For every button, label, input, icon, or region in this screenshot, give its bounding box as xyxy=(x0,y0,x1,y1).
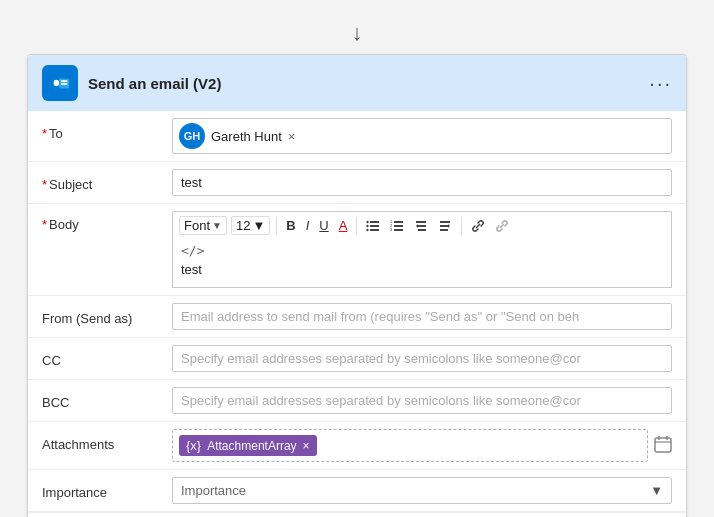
link-button[interactable] xyxy=(468,218,488,234)
to-name: Gareth Hunt xyxy=(211,129,282,144)
cc-row: CC xyxy=(28,338,686,380)
to-required: * xyxy=(42,126,47,141)
attachments-input-area[interactable]: {x} AttachmentArray × xyxy=(172,429,648,462)
toolbar-sep-1 xyxy=(276,217,277,235)
toolbar-sep-3 xyxy=(461,217,462,235)
from-field[interactable] xyxy=(172,303,672,330)
code-tag: </> xyxy=(181,243,663,258)
italic-button[interactable]: I xyxy=(303,217,313,234)
outlook-icon xyxy=(42,65,78,101)
font-select[interactable]: Font ▼ xyxy=(179,216,227,235)
font-dropdown-arrow: ▼ xyxy=(212,220,222,231)
svg-rect-2 xyxy=(61,80,67,82)
svg-rect-18 xyxy=(418,225,426,227)
ol-button[interactable]: 123 xyxy=(387,218,407,234)
font-size-select[interactable]: 12 ▼ xyxy=(231,216,270,235)
subject-row: *Subject xyxy=(28,162,686,204)
svg-rect-22 xyxy=(440,225,448,227)
toolbar-sep-2 xyxy=(356,217,357,235)
remove-attachment-button[interactable]: × xyxy=(303,439,310,453)
bcc-field[interactable] xyxy=(172,387,672,414)
svg-point-9 xyxy=(367,224,369,226)
body-field: Font ▼ 12 ▼ B I U A xyxy=(172,211,672,288)
avatar: GH xyxy=(179,123,205,149)
attachments-field-wrap: {x} AttachmentArray × xyxy=(172,429,672,462)
card-body: *To GH Gareth Hunt × *Subject xyxy=(28,111,686,517)
subject-label: *Subject xyxy=(42,169,172,192)
from-label: From (Send as) xyxy=(42,303,172,326)
size-dropdown-arrow: ▼ xyxy=(252,218,265,233)
svg-marker-24 xyxy=(448,224,450,228)
calendar-icon[interactable] xyxy=(654,435,672,457)
to-label: *To xyxy=(42,118,172,141)
body-row: *Body Font ▼ 12 ▼ B I xyxy=(28,204,686,296)
header-left: Send an email (V2) xyxy=(42,65,221,101)
svg-rect-6 xyxy=(370,225,379,227)
cc-input[interactable] xyxy=(172,345,672,372)
email-card: Send an email (V2) ··· *To GH Gareth Hun… xyxy=(27,54,687,517)
header-more-button[interactable]: ··· xyxy=(649,72,672,95)
attachment-name: AttachmentArray xyxy=(207,439,296,453)
unlink-button[interactable] xyxy=(492,218,512,234)
svg-point-10 xyxy=(367,228,369,230)
attachments-label: Attachments xyxy=(42,429,172,452)
highlight-button[interactable]: A xyxy=(336,217,351,234)
bcc-row: BCC xyxy=(28,380,686,422)
cc-label: CC xyxy=(42,345,172,368)
subject-input[interactable] xyxy=(172,169,672,196)
card-header: Send an email (V2) ··· xyxy=(28,55,686,111)
svg-rect-17 xyxy=(416,221,426,223)
svg-point-4 xyxy=(54,80,60,86)
remove-to-button[interactable]: × xyxy=(288,129,296,144)
svg-rect-7 xyxy=(370,229,379,231)
svg-rect-13 xyxy=(394,229,403,231)
body-toolbar: Font ▼ 12 ▼ B I U A xyxy=(172,211,672,239)
svg-marker-20 xyxy=(416,224,418,228)
from-input[interactable] xyxy=(172,303,672,330)
to-row: *To GH Gareth Hunt × xyxy=(28,111,686,162)
body-label: *Body xyxy=(42,211,172,232)
importance-field[interactable]: Importance ▼ xyxy=(172,477,672,504)
attachments-row: Attachments {x} AttachmentArray × xyxy=(28,422,686,470)
attachment-icon: {x} xyxy=(186,438,201,453)
importance-row: Importance Importance ▼ xyxy=(28,470,686,512)
underline-button[interactable]: U xyxy=(316,217,331,234)
subject-field[interactable] xyxy=(172,169,672,196)
importance-text: Importance xyxy=(181,483,650,498)
font-size-label: 12 xyxy=(236,218,250,233)
bcc-input[interactable] xyxy=(172,387,672,414)
indent-right-button[interactable] xyxy=(435,218,455,234)
svg-rect-19 xyxy=(418,229,426,231)
body-area[interactable]: </> test xyxy=(172,239,672,288)
cc-field[interactable] xyxy=(172,345,672,372)
svg-rect-23 xyxy=(440,229,448,231)
bcc-label: BCC xyxy=(42,387,172,410)
body-text[interactable]: test xyxy=(181,258,663,283)
svg-text:3: 3 xyxy=(390,227,393,232)
indent-left-button[interactable] xyxy=(411,218,431,234)
svg-rect-12 xyxy=(394,225,403,227)
svg-rect-21 xyxy=(440,221,450,223)
from-row: From (Send as) xyxy=(28,296,686,338)
svg-rect-3 xyxy=(61,83,67,85)
importance-dropdown-arrow: ▼ xyxy=(650,483,663,498)
hide-advanced-button[interactable]: Hide advanced options ∧ xyxy=(28,512,686,517)
to-field[interactable]: GH Gareth Hunt × xyxy=(172,118,672,154)
importance-label: Importance xyxy=(42,477,172,500)
svg-rect-5 xyxy=(370,221,379,223)
card-title: Send an email (V2) xyxy=(88,75,221,92)
attachment-tag: {x} AttachmentArray × xyxy=(179,435,317,456)
svg-rect-11 xyxy=(394,221,403,223)
bold-button[interactable]: B xyxy=(283,217,298,234)
down-arrow: ↓ xyxy=(352,20,363,46)
ul-button[interactable] xyxy=(363,218,383,234)
svg-rect-25 xyxy=(655,438,671,452)
svg-point-8 xyxy=(367,220,369,222)
font-label: Font xyxy=(184,218,210,233)
